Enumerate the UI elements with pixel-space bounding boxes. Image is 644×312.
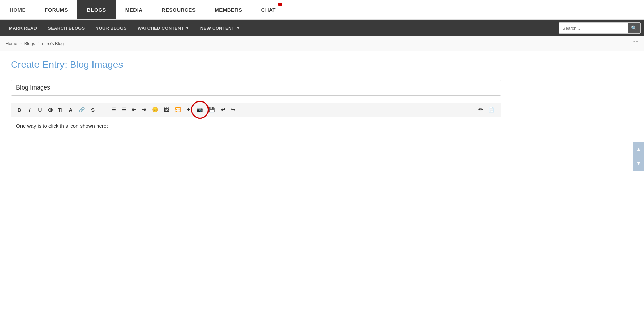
nav-home[interactable]: HOME bbox=[0, 0, 35, 19]
nav-your-blogs[interactable]: YOUR BLOGS bbox=[90, 20, 132, 36]
breadcrumb: Home › Blogs › nitro's Blog ☷ bbox=[0, 36, 644, 51]
breadcrumb-nitros-blog[interactable]: nitro's Blog bbox=[42, 41, 64, 46]
editor-wrapper: B I U ◑ TI A 🔗 S ≡ ☰ ☷ ⇤ ⇥ 😊 🖼 🎦 + 📷 💾 ↩… bbox=[11, 103, 501, 213]
editor-toolbar: B I U ◑ TI A 🔗 S ≡ ☰ ☷ ⇤ ⇥ 😊 🖼 🎦 + 📷 💾 ↩… bbox=[11, 103, 501, 117]
secondary-nav: MARK READ SEARCH BLOGS YOUR BLOGS WATCHE… bbox=[0, 20, 644, 36]
save-draft-button[interactable]: 💾 bbox=[206, 105, 217, 114]
search-box: 🔍 bbox=[559, 22, 641, 34]
undo-button[interactable]: ↩ bbox=[218, 105, 228, 114]
numbered-list-button[interactable]: ☷ bbox=[119, 105, 128, 114]
indent-button[interactable]: ⇥ bbox=[139, 105, 149, 114]
bullet-list-button[interactable]: ☰ bbox=[109, 105, 118, 114]
video-button[interactable]: 🎦 bbox=[172, 105, 183, 114]
scroll-down-button[interactable]: ▼ bbox=[633, 156, 644, 171]
editor-body[interactable]: One way is to click this icon shown here… bbox=[11, 117, 501, 213]
emoji-button[interactable]: 😊 bbox=[149, 105, 161, 114]
chat-badge bbox=[278, 3, 282, 6]
strikethrough-button[interactable]: S bbox=[88, 105, 98, 114]
text-format-button[interactable]: TI bbox=[56, 105, 65, 114]
page-title: Create Entry: Blog Images bbox=[11, 59, 501, 70]
breadcrumb-blogs[interactable]: Blogs bbox=[24, 41, 35, 46]
nav-resources[interactable]: RESOURCES bbox=[152, 0, 205, 19]
nav-blogs[interactable]: BLOGS bbox=[77, 0, 116, 19]
scroll-buttons: ▲ ▼ bbox=[633, 142, 644, 171]
nav-mark-read[interactable]: MARK READ bbox=[3, 20, 42, 36]
new-content-arrow-icon: ▼ bbox=[236, 26, 240, 30]
italic-button[interactable]: I bbox=[25, 105, 34, 114]
page-content: Create Entry: Blog Images B I U ◑ TI A 🔗… bbox=[0, 51, 512, 221]
breadcrumb-sep-1: › bbox=[20, 41, 22, 46]
bold-button[interactable]: B bbox=[15, 105, 24, 114]
page-title-highlight: Blog Images bbox=[70, 59, 123, 70]
sitemap-icon: ☷ bbox=[633, 40, 639, 47]
underline-button[interactable]: U bbox=[35, 105, 45, 114]
search-button[interactable]: 🔍 bbox=[628, 23, 640, 33]
font-color-button[interactable]: A bbox=[66, 105, 75, 114]
watched-content-arrow-icon: ▼ bbox=[186, 26, 189, 30]
nav-members[interactable]: MEMBERS bbox=[205, 0, 252, 19]
editor-cursor bbox=[16, 131, 16, 137]
camera-button[interactable]: 📷 bbox=[194, 105, 205, 114]
nav-new-content[interactable]: NEW CONTENT ▼ bbox=[195, 20, 245, 36]
search-input[interactable] bbox=[559, 26, 628, 31]
plus-button[interactable]: + bbox=[184, 105, 194, 114]
breadcrumb-sep-2: › bbox=[38, 41, 39, 46]
image-button[interactable]: 🖼 bbox=[161, 105, 171, 114]
contrast-button[interactable]: ◑ bbox=[45, 105, 55, 114]
nav-media[interactable]: MEDIA bbox=[116, 0, 152, 19]
editor-content-text: One way is to click this icon shown here… bbox=[16, 123, 108, 129]
top-nav: HOME FORUMS BLOGS MEDIA RESOURCES MEMBER… bbox=[0, 0, 644, 20]
nav-search-blogs[interactable]: SEARCH BLOGS bbox=[42, 20, 90, 36]
nav-chat[interactable]: CHAT bbox=[252, 0, 285, 19]
breadcrumb-home[interactable]: Home bbox=[5, 41, 17, 46]
doc-button[interactable]: 📄 bbox=[486, 105, 497, 114]
align-button[interactable]: ≡ bbox=[98, 105, 108, 114]
link-button[interactable]: 🔗 bbox=[76, 105, 87, 114]
outdent-button[interactable]: ⇤ bbox=[129, 105, 139, 114]
pen-button[interactable]: ✏ bbox=[476, 105, 485, 114]
nav-watched-content[interactable]: WATCHED CONTENT ▼ bbox=[132, 20, 195, 36]
redo-button[interactable]: ↪ bbox=[228, 105, 238, 114]
blog-title-input[interactable] bbox=[11, 80, 501, 96]
scroll-up-button[interactable]: ▲ bbox=[633, 142, 644, 156]
nav-forums[interactable]: FORUMS bbox=[35, 0, 77, 19]
